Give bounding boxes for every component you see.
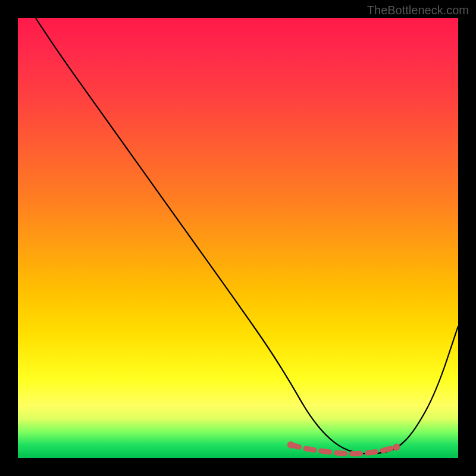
marker-end-dot <box>393 444 400 451</box>
marker-end-dot <box>287 441 295 449</box>
chart-svg <box>18 18 458 458</box>
bottleneck-curve <box>36 18 458 454</box>
watermark-text: TheBottleneck.com <box>367 4 469 17</box>
